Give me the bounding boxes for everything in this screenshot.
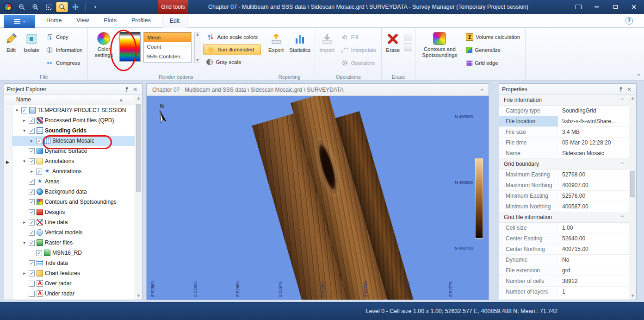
property-row[interactable]: Number of cells 38912 bbox=[499, 276, 629, 287]
tree-item-line-data[interactable]: ▸ ✓ Line data bbox=[12, 217, 135, 227]
property-row[interactable]: Center Easting 52640.00 bbox=[499, 233, 629, 244]
tree-item-sidescan-mosaic[interactable]: ▸ ✓ Sidescan Mosaic bbox=[12, 136, 135, 146]
checkbox-checked[interactable]: ✓ bbox=[21, 107, 27, 113]
tree-item-dynamic-surface[interactable]: ✓ Dynamic Surface bbox=[12, 146, 135, 156]
tree-item-raster-files[interactable]: ▾ ✓ Raster files bbox=[12, 238, 135, 248]
toggle-fullscreen-button[interactable] bbox=[572, 2, 585, 12]
property-row[interactable]: Maximum Easting 52768.00 bbox=[499, 169, 629, 180]
project-explorer-scrollbar[interactable]: ▲ ▼ bbox=[135, 95, 142, 300]
minimize-button[interactable] bbox=[590, 2, 603, 12]
tree-item-annotations[interactable]: ▾ ✓ Annotations bbox=[12, 156, 135, 166]
checkbox-checked[interactable]: ✓ bbox=[29, 118, 35, 124]
checkbox-checked[interactable]: ✓ bbox=[36, 169, 42, 175]
expander-open-icon[interactable]: ▾ bbox=[21, 240, 27, 245]
checkbox-checked[interactable]: ✓ bbox=[29, 158, 35, 164]
zoom-tool-button[interactable] bbox=[56, 2, 68, 12]
tree-item-msn16-rd[interactable]: ✓ MSN16_RD bbox=[12, 248, 135, 258]
contours-spotsoundings-button[interactable]: Contours and Spotsoundings bbox=[418, 30, 461, 60]
pin-icon[interactable] bbox=[617, 85, 625, 94]
copy-button[interactable]: Copy bbox=[43, 31, 85, 43]
information-button[interactable]: Information bbox=[43, 44, 85, 56]
app-logo-icon[interactable] bbox=[4, 3, 12, 11]
scrollbar-thumb[interactable] bbox=[630, 171, 635, 197]
tree-item-vertical-models[interactable]: ✓ Vertical models bbox=[12, 227, 135, 238]
scroll-down-icon[interactable]: ▼ bbox=[196, 58, 198, 62]
erase-selection-button[interactable] bbox=[404, 44, 412, 51]
edit-button[interactable]: Edit bbox=[3, 30, 19, 55]
property-row[interactable]: Minimum Easting 52576.00 bbox=[499, 191, 629, 201]
scroll-down-icon[interactable]: ▼ bbox=[135, 293, 142, 300]
tree-item-over-radar[interactable]: A Over radar bbox=[12, 278, 135, 289]
property-row[interactable]: Maximum Northing 400907.00 bbox=[499, 180, 629, 191]
checkbox-checked[interactable]: ✓ bbox=[29, 148, 35, 154]
expander-closed-icon[interactable]: ▸ bbox=[21, 118, 27, 123]
property-row[interactable]: File extension grd bbox=[499, 265, 629, 276]
layer-item-count[interactable]: Count bbox=[144, 42, 191, 52]
colormap-preview[interactable] bbox=[119, 32, 141, 62]
checkbox-checked[interactable]: ✓ bbox=[29, 209, 35, 215]
app-menu-button[interactable]: ▾ bbox=[4, 15, 35, 28]
checkbox-checked[interactable]: ✓ bbox=[29, 270, 35, 276]
restore-button[interactable] bbox=[609, 2, 622, 12]
section-grid-boundary[interactable]: Grid boundary ^ bbox=[499, 159, 629, 169]
collapse-section-icon[interactable]: ^ bbox=[620, 98, 624, 102]
scroll-down-icon[interactable]: ▼ bbox=[629, 293, 636, 300]
volume-calculation-button[interactable]: Σ Volume calculation bbox=[464, 31, 522, 43]
property-row[interactable]: Center Northing 400715.00 bbox=[499, 244, 629, 255]
erase-button[interactable]: Erase bbox=[384, 30, 401, 55]
property-row[interactable]: Minimum Northing 400587.00 bbox=[499, 201, 629, 212]
auto-scale-colors-button[interactable]: Auto scale colors bbox=[203, 31, 261, 43]
tree-item-processed-point-files[interactable]: ▸ ✓ Processed Point files (QPD) bbox=[12, 115, 135, 125]
property-row-selected[interactable]: File location \\sbz-s-fs-win\Share... bbox=[499, 116, 629, 127]
isolate-button[interactable]: Isolate bbox=[22, 30, 41, 55]
property-row[interactable]: File time 05-Mar-20 12:28:20 bbox=[499, 138, 629, 148]
tab-home[interactable]: Home bbox=[39, 14, 69, 28]
collapse-ribbon-button[interactable]: ^ bbox=[637, 74, 641, 79]
close-button[interactable]: × bbox=[627, 2, 640, 12]
tree-item-chart-features[interactable]: ▸ ✓ Chart features bbox=[12, 268, 135, 278]
scroll-up-icon[interactable]: ▲ bbox=[135, 95, 142, 102]
compress-button[interactable]: Compress bbox=[43, 57, 85, 69]
qat-customize-button[interactable]: ▾ bbox=[89, 2, 101, 12]
property-row[interactable]: Cell size 1.00 bbox=[499, 223, 629, 233]
zoom-extents-button[interactable] bbox=[43, 2, 55, 12]
checkbox-checked[interactable]: ✓ bbox=[29, 189, 35, 195]
expander-open-icon[interactable]: ▾ bbox=[14, 108, 20, 113]
generalize-button[interactable]: Generalize bbox=[464, 44, 522, 56]
expander-closed-icon[interactable]: ▸ bbox=[29, 138, 35, 143]
grid-edge-button[interactable]: Grid edge bbox=[464, 57, 522, 69]
property-row[interactable]: Dynamic No bbox=[499, 255, 629, 265]
checkbox-unchecked[interactable] bbox=[29, 281, 35, 287]
section-file-information[interactable]: File information ^ bbox=[499, 95, 629, 106]
tree-item-designs[interactable]: ✓ Designs bbox=[12, 207, 135, 217]
tree-item-sounding-grids[interactable]: ▾ ✓ Sounding Grids bbox=[12, 125, 135, 136]
close-icon[interactable]: × bbox=[131, 85, 139, 94]
map-canvas[interactable]: N E 52600 E 52625 E 52650 E 52675 E 5270… bbox=[147, 96, 489, 300]
pan-button[interactable] bbox=[69, 2, 81, 12]
checkbox-checked[interactable]: ✓ bbox=[36, 250, 42, 256]
expander-closed-icon[interactable]: ▸ bbox=[29, 169, 35, 174]
checkbox-checked[interactable]: ✓ bbox=[29, 230, 35, 236]
close-icon[interactable]: × bbox=[625, 85, 633, 94]
property-row[interactable]: Category type SoundingGrid bbox=[499, 106, 629, 116]
checkbox-checked[interactable]: ✓ bbox=[29, 128, 35, 134]
name-column-header[interactable]: Name ▲ bbox=[4, 95, 135, 105]
checkbox-checked[interactable]: ✓ bbox=[29, 240, 35, 246]
tree-item-background-data[interactable]: ✓ Background data bbox=[12, 187, 135, 197]
layer-item-confidence[interactable]: 95% Confiden... bbox=[144, 52, 191, 62]
expander-open-icon[interactable]: ▾ bbox=[21, 159, 27, 163]
tree-item-tide-data[interactable]: ✓ Tide data bbox=[12, 258, 135, 268]
import-button[interactable]: Import bbox=[318, 30, 336, 55]
property-row[interactable]: Name Sidescan Mosaic bbox=[499, 148, 629, 159]
properties-scrollbar[interactable]: ▲ ▼ bbox=[629, 95, 636, 300]
interpolate-button[interactable]: Interpolate bbox=[339, 44, 378, 56]
property-row[interactable]: Number of layers 1 bbox=[499, 287, 629, 297]
zoom-in-button[interactable] bbox=[29, 2, 41, 12]
scroll-up-icon[interactable]: ▲ bbox=[196, 32, 198, 36]
expander-open-icon[interactable]: ▾ bbox=[21, 128, 27, 133]
tree-item-annotations-child[interactable]: ▸ ✓ ★ Annotations bbox=[12, 166, 135, 176]
scroll-up-icon[interactable]: ▲ bbox=[629, 95, 636, 102]
layer-item-mean[interactable]: Mean bbox=[144, 32, 191, 42]
gray-scale-button[interactable]: Gray scale bbox=[203, 56, 261, 68]
layer-list-scrollbar[interactable]: ▲ ▼ bbox=[194, 32, 200, 63]
